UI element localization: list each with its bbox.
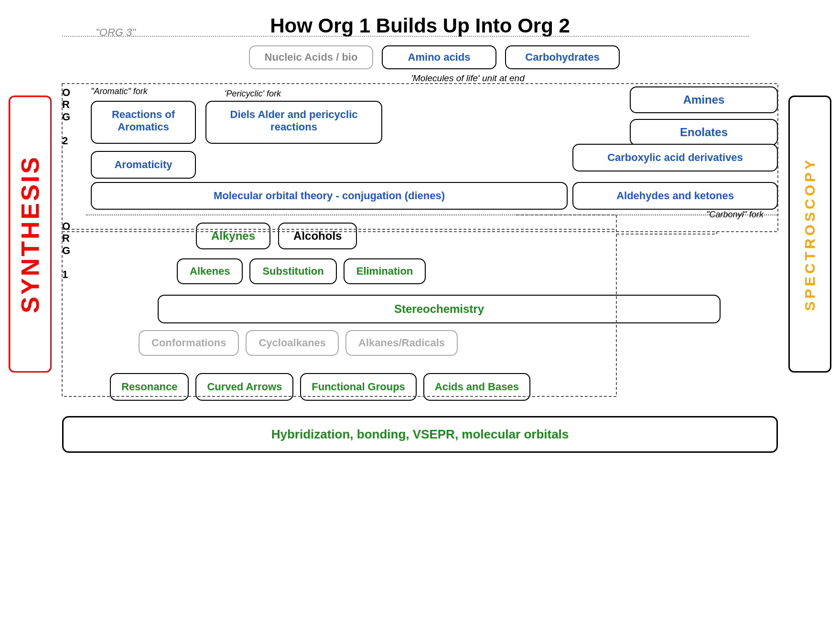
synthesis-sidebar: SYNTHESIS <box>9 96 52 373</box>
molecules-label: 'Molecules of life' unit at end <box>158 73 778 84</box>
pericyclic-fork-label: 'Pericyclic' fork <box>225 89 281 99</box>
box-elimination: Elimination <box>344 258 426 284</box>
box-hybridization: Hybridization, bonding, VSEPR, molecular… <box>62 416 778 453</box>
box-curved-arrows: Curved Arrows <box>195 373 293 401</box>
org2-label: ORG2 <box>62 86 70 147</box>
box-carbohydrates: Carbohydrates <box>505 45 620 69</box>
box-molecular-orbital: Molecular orbital theory - conjugation (… <box>91 182 568 210</box>
main-container: How Org 1 Builds Up Into Org 2 "ORG 3" S… <box>0 0 840 641</box>
box-alcohols: Alcohols <box>278 223 357 249</box>
box-amino-acids: Amino acids <box>382 45 496 69</box>
box-cycloalkanes: Cycloalkanes <box>246 330 339 356</box>
org1-label: ORG1 <box>62 220 70 280</box>
box-aromaticity: Aromaticity <box>91 151 196 179</box>
page-title: How Org 1 Builds Up Into Org 2 <box>19 14 821 37</box>
spectroscopy-sidebar: SPECTROSCOPY <box>788 96 831 373</box>
box-substitution: Substitution <box>249 258 336 284</box>
box-amines: Amines <box>630 86 778 113</box>
aromatic-fork-label: "Aromatic" fork <box>91 86 148 96</box>
synthesis-text: SYNTHESIS <box>16 155 44 313</box>
box-conformations: Conformations <box>139 330 239 356</box>
box-diels-alder: Diels Alder and pericyclic reactions <box>205 101 382 144</box>
box-nucleic-acids: Nucleic Acids / bio <box>249 45 373 69</box>
box-acids-bases: Acids and Bases <box>423 373 530 401</box>
box-stereochemistry: Stereochemistry <box>158 295 721 323</box>
box-alkynes: Alkynes <box>196 223 270 249</box>
box-alkanes-radicals: Alkanes/Radicals <box>345 330 458 356</box>
carbonyl-fork-label: "Carbonyl" fork <box>706 210 764 220</box>
box-enolates: Enolates <box>630 119 778 146</box>
box-carboxylic: Carboxylic acid derivatives <box>572 144 778 171</box>
spectroscopy-text: SPECTROSCOPY <box>802 157 818 311</box>
box-alkenes: Alkenes <box>177 258 243 284</box>
box-reactions-aromatics: Reactions of Aromatics <box>91 101 196 144</box>
box-functional-groups: Functional Groups <box>300 373 417 401</box>
box-aldehydes: Aldehydes and ketones <box>572 182 778 210</box>
box-resonance: Resonance <box>110 373 189 401</box>
